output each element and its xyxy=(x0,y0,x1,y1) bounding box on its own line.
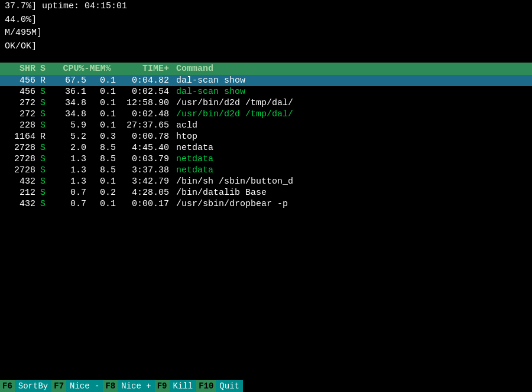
col-time: 4:28.05 xyxy=(121,188,174,198)
table-row[interactable]: 432S1.30.13:42.79/bin/sh /sbin/button_d xyxy=(0,176,532,187)
col-cpu: 5.2 xyxy=(53,132,89,142)
bottom-bar-item[interactable]: F10Quit xyxy=(196,380,243,392)
bottom-bar-item[interactable]: F6SortBy xyxy=(0,380,51,392)
table-row[interactable]: 228S5.90.127:37.65acld xyxy=(0,120,532,131)
bottom-bar-item[interactable]: F7Nice - xyxy=(51,380,103,392)
table-row[interactable]: 1164R5.20.30:00.78htop xyxy=(0,131,532,142)
cpu-line: 44.0%] xyxy=(5,14,527,27)
col-cmd: /usr/bin/d2d /tmp/dal/ xyxy=(174,109,527,119)
col-status: S xyxy=(40,199,53,209)
table-header: SHR S CPU%-MEM% TIME+ Command xyxy=(0,63,532,75)
bottom-bar-key: F7 xyxy=(51,380,66,392)
header-cpumem: CPU%-MEM% xyxy=(53,64,121,74)
col-time: 27:37.65 xyxy=(121,120,174,130)
col-cmd: /usr/sbin/dropbear -p xyxy=(174,199,527,209)
col-time: 3:42.79 xyxy=(121,177,174,187)
col-cpu: 1.3 xyxy=(53,165,89,175)
col-shr: 2728 xyxy=(5,143,40,153)
col-cmd: acld xyxy=(174,120,527,130)
col-shr: 228 xyxy=(5,120,40,130)
col-mem: 0.1 xyxy=(89,98,121,108)
col-status: R xyxy=(40,132,53,142)
bottom-bar-label: Nice - xyxy=(66,380,103,392)
header-time: TIME+ xyxy=(121,64,174,74)
header-shr: SHR xyxy=(5,64,40,74)
col-shr: 272 xyxy=(5,98,40,108)
process-table: SHR S CPU%-MEM% TIME+ Command 456R67.50.… xyxy=(0,63,532,210)
col-cpu: 34.8 xyxy=(53,98,89,108)
col-status: S xyxy=(40,109,53,119)
col-cpu: 0.7 xyxy=(53,188,89,198)
bottom-bar-key: F9 xyxy=(155,380,170,392)
table-row[interactable]: 212S0.70.24:28.05/bin/datalib Base xyxy=(0,187,532,198)
table-row[interactable]: 456S36.10.10:02.54dal-scan show xyxy=(0,86,532,97)
col-status: S xyxy=(40,177,53,187)
header-cmd: Command xyxy=(174,64,527,74)
col-time: 0:00.17 xyxy=(121,199,174,209)
col-cpu: 0.7 xyxy=(53,199,89,209)
col-cmd: dal-scan show xyxy=(174,76,527,86)
col-cpu: 1.3 xyxy=(53,177,89,187)
col-time: 0:03.79 xyxy=(121,154,174,164)
col-cmd: netdata xyxy=(174,154,527,164)
table-row[interactable]: 272S34.80.10:02.48/usr/bin/d2d /tmp/dal/ xyxy=(0,109,532,120)
col-mem: 8.5 xyxy=(89,143,121,153)
header-s: S xyxy=(40,64,53,74)
bottom-bar-label: Quit xyxy=(216,380,243,392)
table-row[interactable]: 432S0.70.10:00.17/usr/sbin/dropbear -p xyxy=(0,198,532,210)
mem-line: M/495M] xyxy=(5,27,527,40)
bottom-bar-item[interactable]: F9Kill xyxy=(155,380,196,392)
col-shr: 1164 xyxy=(5,132,40,142)
col-mem: 8.5 xyxy=(89,165,121,175)
uptime-prefix: 37.7%] uptime: xyxy=(5,1,85,11)
col-shr: 432 xyxy=(5,199,40,209)
col-shr: 2728 xyxy=(5,154,40,164)
col-cmd: netdata xyxy=(174,165,527,175)
col-mem: 0.2 xyxy=(89,188,121,198)
bottom-bar: F6SortByF7Nice -F8Nice +F9KillF10Quit xyxy=(0,380,532,392)
uptime-value: 04:15:01 xyxy=(85,1,127,11)
col-status: S xyxy=(40,120,53,130)
table-row[interactable]: 2728S1.38.53:37.38netdata xyxy=(0,165,532,176)
bottom-bar-key: F8 xyxy=(103,380,118,392)
table-row[interactable]: 2728S1.38.50:03.79netdata xyxy=(0,153,532,165)
col-time: 4:45.40 xyxy=(121,143,174,153)
bottom-bar-label: SortBy xyxy=(15,380,51,392)
col-time: 0:04.82 xyxy=(121,76,174,86)
col-status: S xyxy=(40,154,53,164)
bottom-bar-label: Nice + xyxy=(118,380,154,392)
col-status: S xyxy=(40,98,53,108)
table-row[interactable]: 456R67.50.10:04.82dal-scan show xyxy=(0,75,532,86)
col-mem: 0.1 xyxy=(89,177,121,187)
col-mem: 0.1 xyxy=(89,109,121,119)
col-mem: 0.3 xyxy=(89,132,121,142)
table-body: 456R67.50.10:04.82dal-scan show456S36.10… xyxy=(0,75,532,210)
col-cpu: 67.5 xyxy=(53,76,89,86)
col-cmd: dal-scan show xyxy=(174,87,527,97)
col-cpu: 5.9 xyxy=(53,120,89,130)
col-cpu: 36.1 xyxy=(53,87,89,97)
col-status: R xyxy=(40,76,53,86)
table-row[interactable]: 2728S2.08.54:45.40netdata xyxy=(0,142,532,153)
col-status: S xyxy=(40,165,53,175)
col-cpu: 2.0 xyxy=(53,143,89,153)
col-time: 0:00.78 xyxy=(121,132,174,142)
bottom-bar-key: F6 xyxy=(0,380,15,392)
top-section: 37.7%] uptime: 04:15:01 44.0%] M/495M] O… xyxy=(0,0,532,53)
col-shr: 432 xyxy=(5,177,40,187)
uptime-line: 37.7%] uptime: 04:15:01 xyxy=(5,0,527,14)
col-status: S xyxy=(40,188,53,198)
col-time: 3:37.38 xyxy=(121,165,174,175)
col-status: S xyxy=(40,87,53,97)
col-shr: 2728 xyxy=(5,165,40,175)
col-cpu: 1.3 xyxy=(53,154,89,164)
col-time: 0:02.54 xyxy=(121,87,174,97)
col-shr: 272 xyxy=(5,109,40,119)
table-row[interactable]: 272S34.80.112:58.90/usr/bin/d2d /tmp/dal… xyxy=(0,97,532,109)
col-cmd: /bin/datalib Base xyxy=(174,188,527,198)
bottom-bar-item[interactable]: F8Nice + xyxy=(103,380,154,392)
col-shr: 456 xyxy=(5,76,40,86)
col-mem: 0.1 xyxy=(89,76,121,86)
col-shr: 212 xyxy=(5,188,40,198)
swap-line: OK/OK] xyxy=(5,40,527,54)
